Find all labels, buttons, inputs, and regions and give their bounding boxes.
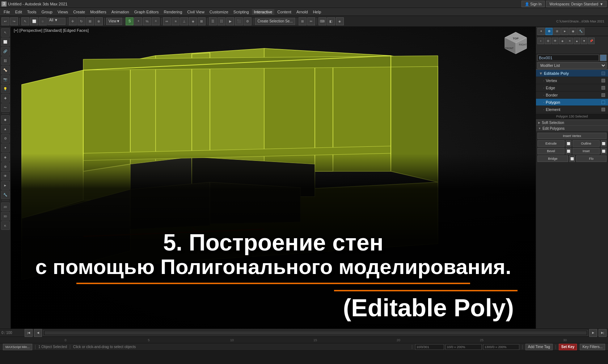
sign-in-button[interactable]: 👤 Sign In (522, 1, 545, 7)
extrude-btn[interactable]: Extrude (537, 140, 565, 147)
modifier-editable-poly[interactable]: ▼ Editable Poly (536, 70, 608, 77)
bridge-btn[interactable]: Bridge (537, 155, 568, 162)
render-btn[interactable]: ▶ (226, 17, 234, 25)
insert-vertex-btn[interactable]: Insert Vertex (537, 133, 607, 139)
select-lasso-btn[interactable]: ○ (39, 17, 47, 25)
set-key-icon[interactable]: K (1, 221, 10, 230)
select-region-icon[interactable]: ⬜ (1, 38, 10, 46)
select-object-btn[interactable]: ↖ (21, 17, 29, 25)
align-btn[interactable]: ≡ (172, 17, 180, 25)
rotate-btn[interactable]: ↻ (77, 17, 85, 25)
display-icon[interactable]: 👁 (1, 172, 10, 180)
inset-settings-btn[interactable]: ⬜ (601, 148, 607, 154)
navigation-cube[interactable]: TOP RIGHT FRONT (503, 30, 528, 56)
move-btn[interactable]: ✛ (69, 17, 77, 25)
menu-rendering[interactable]: Rendering (162, 9, 185, 15)
render-setup-btn[interactable]: ⚙ (244, 17, 252, 25)
show-in-viewport-btn[interactable]: 👁 (552, 38, 558, 44)
select-mode-dropdown[interactable]: All ▼ (47, 18, 66, 25)
next-frame-btn[interactable]: ▶ (589, 329, 597, 337)
add-time-tag-btn[interactable]: Add Time Tag (525, 344, 553, 350)
shape-icon[interactable]: ▲ (1, 125, 10, 133)
edit-named-btn[interactable]: ✏ (307, 17, 315, 25)
menu-group[interactable]: Group (39, 9, 55, 15)
soft-selection-header[interactable]: ▶ Soft Selection (536, 120, 608, 125)
camera-icon[interactable]: 📷 (1, 75, 10, 84)
menu-animation[interactable]: Animation (109, 9, 131, 15)
create-geo-icon[interactable]: ◆ (1, 115, 10, 124)
show-in-render-btn[interactable]: ◈ (559, 38, 566, 44)
object-color-swatch[interactable] (600, 55, 607, 61)
tab-create[interactable]: ✦ (537, 28, 545, 35)
rendering-tools-icon[interactable]: ◈ (1, 153, 10, 162)
select-center-btn[interactable]: ⊕ (95, 17, 103, 25)
scene-explorer-btn[interactable]: ☷ (218, 17, 225, 25)
menu-file[interactable]: File (1, 9, 12, 15)
bevel-settings-btn[interactable]: ⬜ (566, 148, 571, 154)
move-up-btn[interactable]: ▲ (574, 38, 580, 44)
redo-button[interactable]: ↪ (10, 17, 18, 25)
undo-button[interactable]: ↩ (1, 17, 9, 25)
bone-icon[interactable]: 🦴 (1, 66, 10, 74)
outline-settings-btn[interactable]: ⬜ (601, 140, 607, 147)
menu-views[interactable]: Views (55, 9, 70, 15)
obj-render-btn[interactable]: ◧ (327, 17, 335, 25)
unlink-icon[interactable]: ⛓ (1, 56, 10, 65)
render-frame-btn[interactable]: ⬛ (235, 17, 243, 25)
inset-btn[interactable]: Inset (573, 148, 600, 154)
menu-graph-editors[interactable]: Graph Editors (132, 9, 161, 15)
modifier-polygon[interactable]: · Polygon (536, 99, 608, 106)
systems-icon[interactable]: ⚙ (1, 134, 10, 143)
pin-stack-btn[interactable]: 📌 (588, 38, 595, 44)
snap-3d-icon[interactable]: 3D (1, 212, 10, 220)
menu-interactive[interactable]: Interactive (252, 9, 275, 15)
named-selections-btn[interactable]: ⊞ (299, 17, 307, 25)
bridge-settings-btn[interactable]: ⬜ (569, 155, 575, 162)
maxscript-mini-btn[interactable]: MAXScript Min... (3, 344, 32, 350)
percent-snap-btn[interactable]: % (143, 17, 151, 25)
modifier-vertex[interactable]: · Vertex (536, 77, 608, 84)
create-selection-btn[interactable]: Create Selection Se... (255, 18, 295, 25)
motion-icon[interactable]: ► (1, 181, 10, 190)
tab-utilities[interactable]: 🔧 (577, 28, 584, 35)
keyboard-shortcut-btn[interactable]: ⌨ (318, 17, 326, 25)
modifier-edge[interactable]: · Edge (536, 84, 608, 91)
array-btn[interactable]: ⊠ (198, 17, 206, 25)
modifier-element[interactable]: · Element (536, 106, 608, 113)
reactor-icon[interactable]: ⊕ (1, 162, 10, 171)
menu-arnold[interactable]: Arnold (294, 9, 310, 15)
menu-edit[interactable]: Edit (13, 9, 24, 15)
view-btn[interactable]: View ▼ (106, 18, 122, 25)
delete-modifier-btn[interactable]: ✕ (566, 38, 573, 44)
utility-icon[interactable]: 🔧 (1, 190, 10, 199)
mirror-btn[interactable]: ⇔ (163, 17, 171, 25)
tab-hierarchy[interactable]: ⊞ (553, 28, 561, 35)
modifier-border[interactable]: · Border (536, 91, 608, 99)
edit-polygons-header[interactable]: ▼ Edit Polygons (536, 126, 608, 131)
move-down-btn[interactable]: ▼ (581, 38, 587, 44)
snap-btn[interactable]: S (126, 17, 134, 25)
menu-create[interactable]: Create (71, 9, 87, 15)
place-highlight-btn[interactable]: ◈ (189, 17, 197, 25)
helpers-icon[interactable]: ✚ (1, 94, 10, 103)
spinner-snap-btn[interactable]: ⌗ (152, 17, 160, 25)
select-region-btn[interactable]: ⬜ (30, 17, 38, 25)
snap-2d-icon[interactable]: 2D (1, 202, 10, 211)
link-icon[interactable]: 🔗 (1, 47, 10, 56)
set-key-btn[interactable]: Set Key (559, 344, 577, 350)
key-filters-btn[interactable]: Key Filters... (580, 344, 605, 350)
viewport-container[interactable]: [+] [Perspective] [Standard] [Edged Face… (11, 27, 536, 329)
timeline-slider[interactable] (43, 330, 588, 336)
select-tool-icon[interactable]: ↖ (1, 28, 10, 37)
object-name-field[interactable] (537, 55, 599, 61)
extrude-settings-btn[interactable]: ⬜ (566, 140, 571, 147)
menu-content[interactable]: Content (275, 9, 294, 15)
particles-icon[interactable]: ✦ (1, 144, 10, 152)
outline-btn[interactable]: Outline (573, 140, 600, 147)
modifier-list-dropdown[interactable]: Modifier List (537, 62, 607, 69)
configure-modifiers-btn[interactable]: ⚙ (545, 38, 551, 44)
go-to-start-btn[interactable]: |◀ (25, 329, 33, 337)
scale-btn[interactable]: ⊞ (86, 17, 94, 25)
flip-btn[interactable]: Flo (576, 155, 607, 162)
menu-tools[interactable]: Tools (25, 9, 39, 15)
